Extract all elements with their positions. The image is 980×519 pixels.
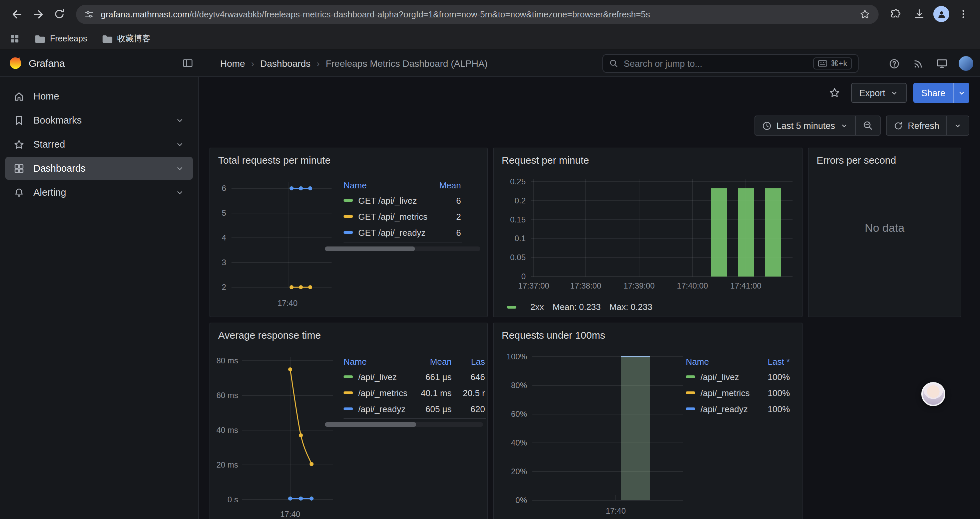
legend-row[interactable]: /api/_livez661 µs646 (344, 369, 486, 385)
dock-menu-icon[interactable] (182, 57, 194, 69)
svg-text:80 ms: 80 ms (216, 356, 238, 365)
legend-row[interactable]: /api/_metrics40.1 ms20.5 r (344, 385, 486, 401)
site-info-icon[interactable] (84, 9, 94, 19)
help-icon[interactable] (884, 53, 904, 73)
kiosk-monitor-icon[interactable] (932, 53, 952, 73)
bar-chart[interactable]: 0.250.20.150.10.05017:37:0017:38:0017:39… (499, 176, 798, 300)
search-box[interactable]: ⌘+k (602, 54, 859, 73)
legend-column-header[interactable]: Name (686, 356, 757, 366)
panel-title[interactable]: Request per minute (502, 154, 589, 166)
share-menu-caret[interactable] (953, 83, 969, 103)
svg-text:4: 4 (222, 233, 226, 242)
legend-series-label[interactable]: 2xx (530, 302, 544, 312)
bookmark-star-icon[interactable] (859, 8, 870, 20)
scrollbar-thumb[interactable] (325, 246, 415, 251)
panel-total-requests-per-minute: Total requests per minute 6543217:40 Nam… (210, 148, 488, 317)
svg-text:20 ms: 20 ms (216, 460, 238, 469)
legend-row[interactable]: GET /api/_readyz6 (344, 224, 462, 241)
share-button[interactable]: Share (913, 83, 969, 103)
favorite-star-icon[interactable] (824, 83, 845, 103)
sidebar-item-bookmarks[interactable]: Bookmarks (5, 109, 193, 132)
browser-menu-icon[interactable] (953, 4, 973, 24)
breadcrumb-item[interactable]: Freeleaps Metrics Dashboard (ALPHA) (326, 58, 488, 69)
breadcrumb-item[interactable]: Dashboards (260, 58, 310, 69)
no-data-message: No data (808, 222, 961, 235)
svg-text:17:41:00: 17:41:00 (730, 281, 761, 290)
profile-avatar[interactable] (933, 6, 949, 22)
legend-column-header[interactable]: Name (344, 356, 414, 366)
forward-button[interactable] (28, 4, 48, 24)
bookmarks-bar: Freeleaps收藏博客 (0, 28, 980, 50)
legend-column-header[interactable]: Mean (414, 356, 453, 366)
series-color-chip (686, 375, 695, 378)
refresh-interval-caret[interactable] (947, 116, 969, 135)
legend-header: NameMeanLas (344, 354, 486, 369)
legend-column-header[interactable]: Mean (429, 180, 462, 190)
downloads-icon[interactable] (909, 4, 929, 24)
legend-scrollbar[interactable] (325, 246, 480, 251)
time-range-group: Last 5 minutes (754, 115, 881, 136)
search-input[interactable] (624, 58, 808, 69)
legend-row[interactable]: /api/_metrics100% (686, 385, 791, 401)
sidebar-item-home[interactable]: Home (5, 85, 193, 107)
news-rss-icon[interactable] (908, 53, 928, 73)
legend-column-header[interactable]: Name (344, 180, 429, 190)
chevron-down-icon[interactable] (175, 115, 185, 125)
svg-text:17:38:00: 17:38:00 (570, 281, 601, 290)
svg-text:17:40: 17:40 (606, 506, 626, 515)
apps-icon (13, 163, 25, 174)
bookmark-folder[interactable]: Freeleaps (35, 33, 87, 45)
legend-row[interactable]: /api/_readyz605 µs620 (344, 401, 486, 417)
legend-row[interactable]: GET /api/_metrics2 (344, 208, 462, 224)
zoom-out-button[interactable] (856, 116, 880, 135)
extensions-icon[interactable] (885, 4, 905, 24)
panel-title[interactable]: Average response time (218, 329, 321, 341)
line-chart[interactable]: 6543217:40 (214, 175, 334, 315)
chevron-down-icon[interactable] (175, 139, 185, 149)
bookmark-label: 收藏博客 (117, 33, 150, 45)
chevron-down-icon[interactable] (175, 163, 185, 173)
export-button[interactable]: Export (851, 83, 907, 103)
legend-row[interactable]: /api/_livez100% (686, 369, 791, 385)
legend-column-header[interactable]: Las (453, 356, 486, 366)
panel-title[interactable]: Errors per second (816, 154, 896, 166)
legend-row[interactable]: GET /api/_livez6 (344, 192, 462, 208)
legend-header: NameLast * (686, 354, 791, 369)
breadcrumb-item[interactable]: Home (220, 58, 245, 69)
panel-title[interactable]: Requests under 100ms (502, 329, 605, 341)
bookmark-folder[interactable]: 收藏博客 (102, 33, 150, 45)
svg-text:0.1: 0.1 (515, 234, 526, 243)
user-avatar[interactable] (959, 56, 973, 71)
panel-request-per-minute: Request per minute 0.250.20.150.10.05017… (493, 148, 803, 317)
time-range-picker[interactable]: Last 5 minutes (755, 116, 855, 135)
dashboard-actions: Export Share (824, 83, 969, 103)
series-color-chip (344, 407, 353, 410)
apps-grid-icon[interactable] (10, 34, 20, 44)
legend: 2xx Mean: 0.233 Max: 0.233 (507, 302, 652, 312)
legend-table: NameMeanLas/api/_livez661 µs646/api/_met… (344, 354, 486, 419)
back-button[interactable] (7, 4, 27, 24)
svg-text:17:39:00: 17:39:00 (624, 281, 654, 290)
grafana-logo-icon[interactable] (8, 56, 23, 70)
bookmark-icon (13, 115, 25, 126)
sidebar-item-starred[interactable]: Starred (5, 133, 193, 156)
legend-row[interactable]: /api/_readyz100% (686, 401, 791, 417)
sidebar-item-alerting[interactable]: Alerting (5, 181, 193, 204)
url-bar[interactable]: grafana.mathmast.com/d/deytv4rwavabkb/fr… (76, 4, 878, 24)
scrollbar-thumb[interactable] (325, 422, 417, 427)
series-color-chip (344, 375, 353, 378)
legend-column-header[interactable]: Last * (757, 356, 791, 366)
bookmark-label: Freeleaps (50, 34, 87, 43)
svg-text:0.25: 0.25 (510, 177, 526, 186)
chevron-down-icon[interactable] (175, 187, 185, 197)
assistant-avatar[interactable] (921, 382, 945, 406)
refresh-button[interactable]: Refresh (886, 116, 946, 135)
panel-title[interactable]: Total requests per minute (218, 154, 331, 166)
legend-scrollbar[interactable] (325, 422, 483, 427)
line-chart[interactable]: 80 ms60 ms40 ms20 ms0 s17:40 (214, 353, 336, 519)
panel-average-response-time: Average response time 80 ms60 ms40 ms20 … (210, 323, 488, 519)
bar-chart[interactable]: 100%80%60%40%20%0%17:40 (499, 350, 687, 518)
reload-button[interactable] (49, 4, 69, 24)
svg-text:0.05: 0.05 (510, 253, 526, 262)
sidebar-item-dashboards[interactable]: Dashboards (5, 157, 193, 180)
